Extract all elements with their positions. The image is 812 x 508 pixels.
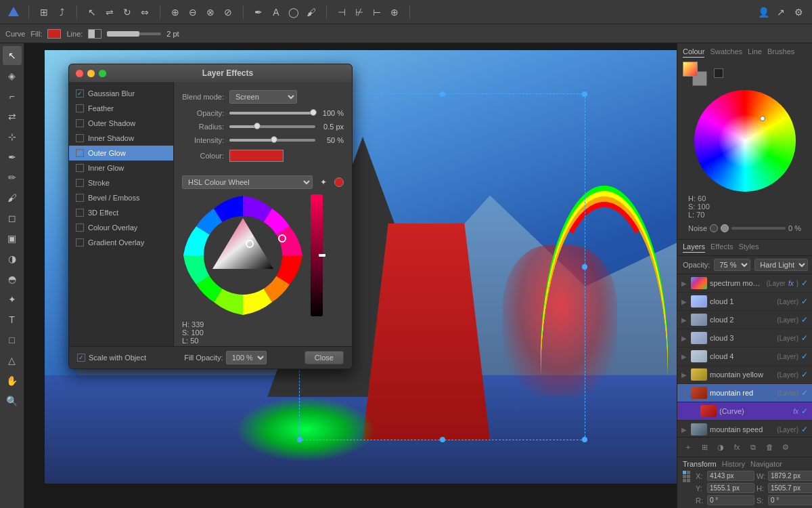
transform-tab[interactable]: Transform bbox=[683, 460, 717, 468]
share-btn[interactable]: ⤴ bbox=[53, 4, 70, 20]
export-btn[interactable]: ↗ bbox=[773, 4, 789, 20]
boolean-add-btn[interactable]: ⊕ bbox=[167, 4, 183, 20]
line-color-swatch[interactable] bbox=[88, 29, 102, 39]
effect-gradient-overlay[interactable]: Gradient Overlay bbox=[69, 235, 173, 250]
navigator-tab[interactable]: Navigator bbox=[750, 460, 782, 468]
layer-check-5[interactable]: ✓ bbox=[801, 370, 808, 379]
layer-spectrum-mountain[interactable]: ▶ spectrum mountain (Layer fx ) ✓ bbox=[677, 274, 812, 293]
layer-check-4[interactable]: ✓ bbox=[801, 352, 808, 361]
s-input[interactable] bbox=[768, 495, 812, 505]
h-input[interactable] bbox=[768, 483, 812, 493]
align-right-btn[interactable]: ⊢ bbox=[369, 4, 385, 20]
shape-tool-btn[interactable]: ◯ bbox=[286, 4, 302, 20]
layers-group-btn[interactable]: ⊞ bbox=[698, 440, 711, 454]
close-button[interactable]: Close bbox=[304, 351, 344, 364]
grid-view-btn[interactable]: ⊞ bbox=[36, 4, 52, 20]
radius-slider[interactable] bbox=[229, 125, 315, 128]
line-width-slider[interactable] bbox=[107, 33, 161, 35]
swatches-tab[interactable]: Swatches bbox=[710, 47, 742, 58]
effect-stroke[interactable]: Stroke bbox=[69, 175, 173, 190]
layer-cloud-3[interactable]: ▶ cloud 3 (Layer) ✓ bbox=[677, 329, 812, 347]
layers-mask-btn[interactable]: ◑ bbox=[714, 440, 727, 454]
effect-3d-effect[interactable]: 3D Effect bbox=[69, 205, 173, 220]
layers-tab[interactable]: Layers bbox=[683, 242, 705, 253]
layer-check-3[interactable]: ✓ bbox=[801, 333, 808, 343]
expand-icon-3[interactable]: ▶ bbox=[681, 335, 688, 342]
expand-icon-1[interactable]: ▶ bbox=[681, 298, 688, 305]
layers-duplicate-btn[interactable]: ⧉ bbox=[746, 440, 760, 454]
gaussian-blur-checkbox[interactable]: ✓ bbox=[76, 89, 84, 98]
y-input[interactable] bbox=[707, 483, 754, 493]
layers-settings-btn[interactable]: ⚙ bbox=[779, 440, 792, 454]
layers-blend-mode-select[interactable]: Hard Light bbox=[754, 259, 808, 271]
layer-mountain-speed[interactable]: ▶ mountain speed (Layer) ✓ bbox=[677, 421, 812, 437]
color-wheel-type-select[interactable]: HSL Colour Wheel bbox=[182, 175, 313, 189]
pen-tool-btn[interactable]: ✒ bbox=[250, 4, 267, 20]
primary-color-swatch[interactable] bbox=[683, 62, 698, 77]
canvas-area[interactable]: Layer Effects ✓ Gaussian Blur Feather O bbox=[24, 43, 677, 508]
shape-rect-btn[interactable]: □ bbox=[3, 331, 22, 350]
x-input[interactable] bbox=[707, 471, 754, 481]
layer-cloud-2[interactable]: ▶ cloud 2 (Layer) ✓ bbox=[677, 311, 812, 329]
layer-check-7[interactable]: ✓ bbox=[801, 406, 808, 416]
boolean-int-btn[interactable]: ⊗ bbox=[202, 4, 219, 20]
alpha-bar[interactable] bbox=[311, 194, 323, 316]
pencil-tool-btn[interactable]: ✏ bbox=[3, 168, 22, 187]
effect-gaussian-blur[interactable]: ✓ Gaussian Blur bbox=[69, 86, 173, 101]
layer-mountain-yellow[interactable]: ▶ mountain yellow (Layer) ✓ bbox=[677, 366, 812, 384]
effect-bevel-emboss[interactable]: Bevel / Emboss bbox=[69, 190, 173, 205]
w-input[interactable] bbox=[768, 471, 812, 481]
outer-glow-checkbox[interactable]: ✓ bbox=[76, 149, 84, 157]
3d-effect-checkbox[interactable] bbox=[76, 209, 84, 217]
corner-tool-btn[interactable]: ⌐ bbox=[3, 87, 22, 106]
dialog-close-btn[interactable] bbox=[76, 70, 83, 77]
boolean-div-btn[interactable]: ⊘ bbox=[220, 4, 236, 20]
effect-inner-glow[interactable]: Inner Glow bbox=[69, 161, 173, 175]
corner-tl[interactable] bbox=[683, 471, 686, 474]
right-noise-bar[interactable] bbox=[731, 227, 786, 230]
eyedropper-btn[interactable]: ✦ bbox=[317, 175, 330, 189]
effect-inner-shadow[interactable]: Inner Shadow bbox=[69, 131, 173, 146]
effect-colour-overlay[interactable]: Colour Overlay bbox=[69, 220, 173, 235]
line-tab[interactable]: Line bbox=[748, 47, 762, 58]
expand-icon-6[interactable]: ▼ bbox=[681, 389, 688, 397]
text-tool-btn[interactable]: A bbox=[268, 4, 284, 20]
noise-circle-on[interactable] bbox=[721, 224, 729, 232]
layers-trash-btn[interactable]: 🗑 bbox=[763, 440, 776, 454]
bevel-emboss-checkbox[interactable] bbox=[76, 194, 84, 202]
align-left-btn[interactable]: ⊣ bbox=[334, 4, 350, 20]
crop-tool-btn[interactable]: ⊹ bbox=[3, 127, 22, 146]
layer-curve[interactable]: (Curve) fx ✓ bbox=[677, 402, 812, 421]
layer-cloud-4[interactable]: ▶ cloud 4 (Layer) ✓ bbox=[677, 347, 812, 366]
layer-check-1[interactable]: ✓ bbox=[801, 297, 808, 306]
opacity-slider[interactable] bbox=[229, 112, 315, 114]
effects-tab[interactable]: Effects bbox=[710, 242, 733, 253]
blend-mode-select[interactable]: Screen bbox=[229, 90, 297, 104]
colour-tab[interactable]: Colour bbox=[683, 47, 704, 58]
effect-feather[interactable]: Feather bbox=[69, 101, 173, 116]
gradient-overlay-checkbox[interactable] bbox=[76, 238, 84, 247]
color-preview-dot[interactable] bbox=[334, 177, 344, 187]
layer-check-8[interactable]: ✓ bbox=[801, 425, 808, 434]
shape-ellipse-btn[interactable]: △ bbox=[3, 351, 22, 370]
effect-outer-shadow[interactable]: Outer Shadow bbox=[69, 116, 173, 131]
layer-cloud-1[interactable]: ▶ cloud 1 (Layer) ✓ bbox=[677, 293, 812, 311]
brushes-tab[interactable]: Brushes bbox=[767, 47, 794, 58]
layer-check-2[interactable]: ✓ bbox=[801, 315, 808, 324]
move-tool-btn[interactable]: ↖ bbox=[84, 4, 100, 20]
feather-checkbox[interactable] bbox=[76, 104, 84, 112]
corner-ml[interactable] bbox=[683, 475, 686, 478]
eyedropper-tool-btn[interactable]: ✦ bbox=[3, 290, 22, 309]
fill-opacity-select[interactable]: 100 % bbox=[226, 351, 267, 364]
transform-tool-btn[interactable]: ⇄ bbox=[3, 107, 22, 126]
text-tool-btn2[interactable]: T bbox=[3, 310, 22, 329]
r-input[interactable] bbox=[707, 495, 754, 505]
layer-check-0[interactable]: ✓ bbox=[801, 278, 808, 288]
transparency-tool-btn[interactable]: ◓ bbox=[3, 270, 22, 289]
inner-shadow-checkbox[interactable] bbox=[76, 134, 84, 142]
transform-btn[interactable]: ⇌ bbox=[102, 4, 118, 20]
brush-tool-btn[interactable]: 🖌 bbox=[3, 188, 22, 207]
outer-shadow-checkbox[interactable] bbox=[76, 119, 84, 127]
dialog-minimize-btn[interactable] bbox=[87, 70, 95, 77]
color-black-dot[interactable] bbox=[714, 68, 723, 78]
